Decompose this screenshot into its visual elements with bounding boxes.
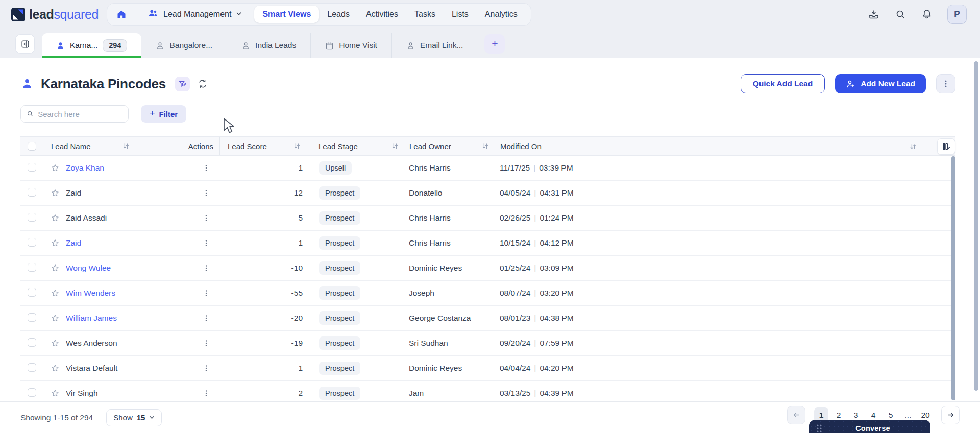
row-checkbox[interactable] <box>28 313 36 322</box>
top-navigation-bar: leadsquared Lead Management Smart Views <box>0 0 980 29</box>
modified-time: 04:12 PM <box>540 238 573 247</box>
inbox-download-icon[interactable] <box>868 8 880 20</box>
row-actions-kebab-icon[interactable] <box>203 290 210 297</box>
column-actions[interactable]: Actions <box>188 142 213 151</box>
view-tab[interactable]: Email Link... <box>391 33 477 58</box>
refresh-icon[interactable] <box>198 79 208 89</box>
filter-button[interactable]: + Filter <box>141 105 186 123</box>
modified-on-value: 04/05/24|04:31 PM <box>498 188 955 198</box>
sort-icon[interactable] <box>293 142 301 150</box>
notifications-bell-icon[interactable] <box>921 8 933 20</box>
nav-item[interactable]: Lists <box>444 6 477 23</box>
nav-item[interactable]: Smart Views <box>254 6 319 23</box>
table-row: Wim Wenders -55 Prospect Joseph 08/07/24… <box>20 281 955 306</box>
sort-icon[interactable] <box>122 142 130 150</box>
column-lead-name[interactable]: Lead Name <box>51 142 91 151</box>
add-new-lead-button[interactable]: Add New Lead <box>835 74 926 93</box>
nav-item[interactable]: Leads <box>319 6 358 23</box>
search-box[interactable] <box>20 105 129 123</box>
row-checkbox[interactable] <box>28 363 36 372</box>
lead-name-link[interactable]: Zaid <box>66 238 81 248</box>
row-actions-kebab-icon[interactable] <box>203 189 210 197</box>
table-scrollbar[interactable] <box>951 156 955 400</box>
sort-icon[interactable] <box>910 143 917 150</box>
select-all-checkbox[interactable] <box>28 142 36 151</box>
row-checkbox[interactable] <box>28 213 36 222</box>
lead-management-menu[interactable]: Lead Management <box>141 8 248 21</box>
modified-time: 04:38 PM <box>540 314 573 322</box>
row-checkbox[interactable] <box>28 163 36 172</box>
user-avatar[interactable]: P <box>947 5 967 24</box>
modified-date: 10/15/24 <box>500 238 530 247</box>
row-actions-kebab-icon[interactable] <box>203 264 210 272</box>
view-tab[interactable]: Karna... 294 <box>42 33 141 58</box>
search-input[interactable] <box>38 110 122 118</box>
next-page-button[interactable] <box>941 406 960 424</box>
sort-icon[interactable] <box>391 142 399 150</box>
row-checkbox[interactable] <box>28 263 36 272</box>
row-checkbox[interactable] <box>28 238 36 247</box>
lead-name-link[interactable]: Vistara Default <box>66 364 117 373</box>
page-size-dropdown[interactable]: Show 15 <box>106 409 162 426</box>
add-view-button[interactable]: + <box>484 34 505 54</box>
lead-owner-value: Chris Harris <box>406 238 498 248</box>
previous-page-button[interactable] <box>787 406 805 424</box>
table-header-row: Lead Name Actions Lead Score Lead Stage … <box>20 136 955 156</box>
date-separator: | <box>533 163 535 172</box>
table-row: Wes Anderson -19 Prospect Sri Sudhan 09/… <box>20 331 955 356</box>
column-lead-owner[interactable]: Lead Owner <box>409 142 451 151</box>
star-icon[interactable] <box>51 314 59 322</box>
lead-name-link[interactable]: Wong Wulee <box>66 263 111 273</box>
star-icon[interactable] <box>51 214 59 222</box>
sort-icon[interactable] <box>482 142 489 150</box>
collapse-sidebar-icon[interactable] <box>15 34 35 54</box>
drag-handle-icon[interactable] <box>816 424 822 433</box>
lead-name-link[interactable]: Wes Anderson <box>66 339 117 348</box>
row-actions-kebab-icon[interactable] <box>203 315 210 322</box>
star-icon[interactable] <box>51 339 59 347</box>
row-actions-kebab-icon[interactable] <box>203 365 210 372</box>
lead-name-link[interactable]: William James <box>66 314 117 323</box>
window-scrollbar[interactable] <box>974 61 978 391</box>
star-icon[interactable] <box>51 264 59 272</box>
nav-item[interactable]: Analytics <box>477 6 526 23</box>
home-icon[interactable] <box>112 5 131 23</box>
converse-widget[interactable]: Converse <box>809 420 930 433</box>
modified-date: 08/01/23 <box>500 314 530 322</box>
lead-name-link[interactable]: Vir Singh <box>66 389 98 398</box>
row-actions-kebab-icon[interactable] <box>203 390 210 397</box>
view-tab[interactable]: Bangalore... <box>141 33 227 58</box>
nav-item[interactable]: Tasks <box>406 6 444 23</box>
star-icon[interactable] <box>51 364 59 372</box>
lead-name-link[interactable]: Zaid Assadi <box>66 213 107 223</box>
row-actions-kebab-icon[interactable] <box>203 214 210 222</box>
search-icon[interactable] <box>894 8 906 20</box>
manage-columns-button[interactable] <box>937 138 955 155</box>
lead-owner-value: Jam <box>406 389 498 398</box>
star-icon[interactable] <box>51 164 59 172</box>
nav-item[interactable]: Activities <box>358 6 406 23</box>
star-icon[interactable] <box>51 289 59 297</box>
column-lead-score[interactable]: Lead Score <box>228 142 267 151</box>
more-options-button[interactable] <box>936 74 955 93</box>
star-icon[interactable] <box>51 389 59 397</box>
view-settings-icon[interactable] <box>175 77 190 91</box>
row-actions-kebab-icon[interactable] <box>203 239 210 247</box>
row-checkbox[interactable] <box>28 338 36 347</box>
star-icon[interactable] <box>51 239 59 247</box>
column-modified-on[interactable]: Modified On <box>500 142 542 151</box>
row-checkbox[interactable] <box>28 388 36 397</box>
row-actions-kebab-icon[interactable] <box>203 164 210 172</box>
column-lead-stage[interactable]: Lead Stage <box>318 142 358 151</box>
quick-add-lead-button[interactable]: Quick Add Lead <box>741 74 825 93</box>
row-checkbox[interactable] <box>28 288 36 297</box>
lead-name-link[interactable]: Zoya Khan <box>66 163 104 173</box>
view-tab[interactable]: Home Visit <box>310 33 391 58</box>
view-tab[interactable]: India Leads <box>227 33 310 58</box>
modified-date: 02/26/25 <box>500 213 530 222</box>
lead-name-link[interactable]: Zaid <box>66 188 81 198</box>
lead-name-link[interactable]: Wim Wenders <box>66 288 115 298</box>
star-icon[interactable] <box>51 189 59 197</box>
row-actions-kebab-icon[interactable] <box>203 340 210 347</box>
row-checkbox[interactable] <box>28 188 36 197</box>
